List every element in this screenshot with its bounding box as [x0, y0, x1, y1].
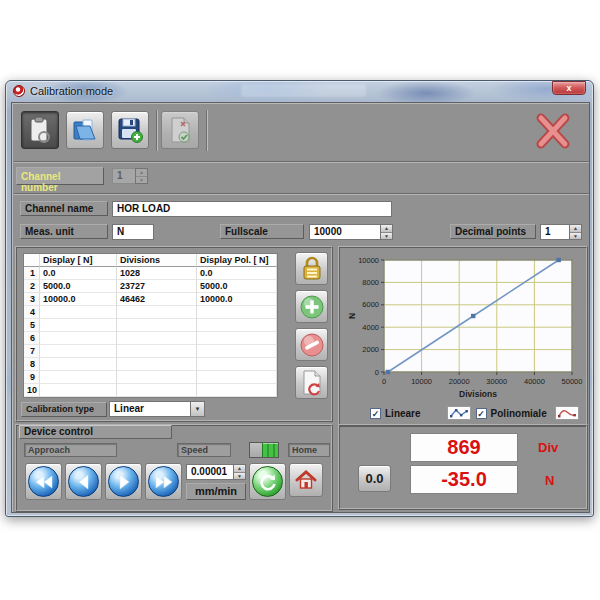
separator: [14, 161, 589, 163]
lineare-label: Lineare: [385, 408, 421, 419]
fullscale-spinner[interactable]: 10000 ▲▼: [309, 224, 393, 240]
calibration-table[interactable]: Display [ N]DivisionsDisplay Pol. [ N]10…: [23, 253, 278, 398]
table-cell[interactable]: [117, 345, 197, 358]
table-cell[interactable]: [117, 384, 197, 397]
table-cell[interactable]: [117, 358, 197, 371]
titlebar[interactable]: Calibration mode x: [6, 81, 593, 102]
table-cell[interactable]: [117, 371, 197, 384]
decimal-points-spinner[interactable]: 1 ▲▼: [540, 224, 582, 240]
lineare-style-icon[interactable]: [447, 406, 471, 420]
add-row-button[interactable]: [295, 290, 328, 323]
decimal-points-value: 1: [540, 224, 569, 240]
fast-forward-icon: [154, 475, 174, 489]
table-header-cell: Divisions: [117, 254, 197, 267]
table-cell[interactable]: [40, 384, 117, 397]
toolbar-separator: [206, 110, 208, 151]
backward-button[interactable]: [65, 463, 102, 500]
table-cell[interactable]: [117, 319, 197, 332]
speed-spinner[interactable]: 0.00001 ▲▼: [186, 464, 246, 480]
speed-unit-button[interactable]: mm/min: [186, 483, 246, 500]
table-header-cell: Display [ N]: [40, 254, 117, 267]
open-calibration-button[interactable]: [66, 111, 104, 149]
fast-backward-button[interactable]: [25, 463, 62, 500]
spinner-arrows[interactable]: ▲▼: [233, 464, 246, 480]
forward-button[interactable]: [105, 463, 142, 500]
table-cell[interactable]: [40, 371, 117, 384]
svg-text:0: 0: [375, 368, 379, 377]
home-indicator: Home: [288, 443, 330, 457]
new-calibration-icon: [27, 116, 53, 144]
direction-toggle[interactable]: [249, 442, 279, 458]
validate-calibration-button[interactable]: [161, 111, 199, 149]
row-number-cell: 2: [24, 280, 40, 293]
calibration-table-group: Display [ N]DivisionsDisplay Pol. [ N]10…: [15, 246, 333, 422]
table-cell[interactable]: [197, 345, 277, 358]
table-cell[interactable]: 1028: [117, 267, 197, 280]
table-cell[interactable]: 5000.0: [40, 280, 117, 293]
channel-number-spinner[interactable]: 1 ▲▼: [112, 168, 148, 184]
table-cell[interactable]: 5000.0: [197, 280, 277, 293]
home-house-icon: [295, 470, 317, 490]
table-cell[interactable]: [197, 319, 277, 332]
row-number-cell: 6: [24, 332, 40, 345]
table-cell[interactable]: [40, 358, 117, 371]
meas-unit-input[interactable]: N: [112, 224, 154, 240]
lock-icon: [300, 256, 324, 282]
table-cell[interactable]: 10000.0: [40, 293, 117, 306]
table-cell[interactable]: [197, 306, 277, 319]
channel-name-input[interactable]: HOR LOAD: [112, 201, 392, 217]
table-cell[interactable]: [197, 358, 277, 371]
open-file-icon: [71, 116, 99, 144]
polinomiale-checkbox[interactable]: ✓: [476, 408, 487, 419]
save-calibration-button[interactable]: [111, 111, 149, 149]
table-cell[interactable]: [40, 332, 117, 345]
table-cell[interactable]: 46462: [117, 293, 197, 306]
svg-text:30000: 30000: [486, 377, 507, 386]
window-close-button[interactable]: x: [552, 81, 586, 95]
table-cell[interactable]: [197, 332, 277, 345]
calibration-type-dropdown[interactable]: Linear ▼: [109, 401, 205, 417]
row-number-cell: 10: [24, 384, 40, 397]
reset-table-button[interactable]: [295, 366, 328, 399]
table-header-cell: [24, 254, 40, 267]
svg-text:20000: 20000: [449, 377, 470, 386]
svg-text:10000: 10000: [358, 256, 379, 265]
new-calibration-button[interactable]: [21, 111, 59, 149]
table-cell[interactable]: [117, 332, 197, 345]
exit-calibration-button[interactable]: [532, 112, 574, 150]
remove-row-button[interactable]: [295, 328, 328, 361]
table-cell[interactable]: [117, 306, 197, 319]
calibration-chart: 0100002000030000400005000002000400060008…: [344, 252, 584, 402]
table-cell[interactable]: [40, 345, 117, 358]
background-window-ghost: [241, 84, 366, 97]
approach-indicator: Approach: [24, 443, 117, 457]
fast-backward-icon: [34, 475, 54, 489]
cycle-button[interactable]: [249, 463, 286, 500]
save-icon: [116, 116, 144, 144]
table-cell[interactable]: 23727: [117, 280, 197, 293]
spinner-arrows[interactable]: ▲▼: [135, 168, 148, 184]
row-number-cell: 8: [24, 358, 40, 371]
divisions-unit-label: Div: [538, 440, 558, 455]
lock-table-button[interactable]: [295, 252, 328, 285]
home-button[interactable]: [289, 463, 323, 497]
channel-name-label: Channel name: [20, 201, 108, 216]
table-cell[interactable]: [40, 306, 117, 319]
row-number-cell: 7: [24, 345, 40, 358]
table-cell[interactable]: 0.0: [40, 267, 117, 280]
table-cell[interactable]: [40, 319, 117, 332]
spinner-arrows[interactable]: ▲▼: [569, 224, 582, 240]
toolbar: [15, 107, 588, 159]
chart-legend: ✓ Lineare ✓ Polinomiale: [340, 404, 586, 422]
table-cell[interactable]: [197, 384, 277, 397]
spinner-arrows[interactable]: ▲▼: [380, 224, 393, 240]
lineare-checkbox[interactable]: ✓: [370, 408, 381, 419]
divisions-display: 869: [410, 433, 518, 462]
speed-indicator: Speed: [177, 443, 231, 457]
table-cell[interactable]: 10000.0: [197, 293, 277, 306]
fast-forward-button[interactable]: [145, 463, 182, 500]
table-cell[interactable]: 0.0: [197, 267, 277, 280]
zero-button[interactable]: 0.0: [358, 465, 391, 492]
table-cell[interactable]: [197, 371, 277, 384]
polinomiale-style-icon[interactable]: [555, 406, 579, 420]
